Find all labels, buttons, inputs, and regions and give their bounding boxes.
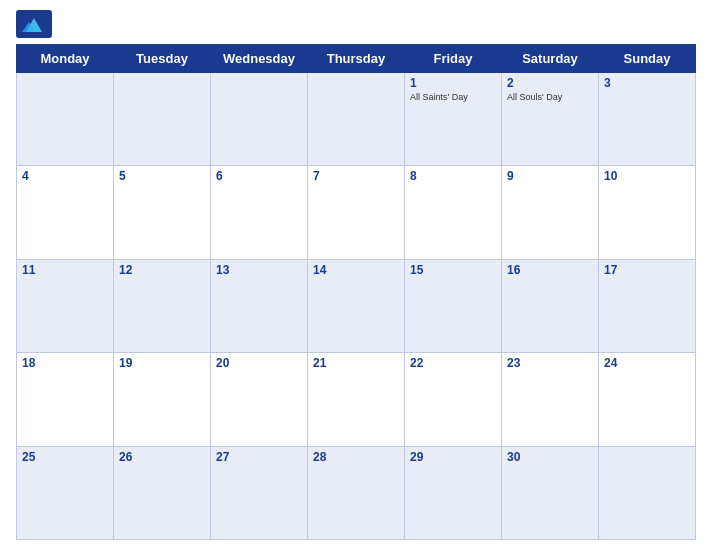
day-number: 22 bbox=[410, 356, 496, 370]
day-number: 11 bbox=[22, 263, 108, 277]
logo-icon bbox=[16, 10, 52, 38]
calendar-cell: 23 bbox=[502, 353, 599, 446]
calendar-cell: 11 bbox=[17, 259, 114, 352]
week-row-5: 252627282930 bbox=[17, 446, 696, 539]
day-number: 18 bbox=[22, 356, 108, 370]
calendar-cell: 26 bbox=[114, 446, 211, 539]
calendar-cell: 7 bbox=[308, 166, 405, 259]
calendar-cell: 27 bbox=[211, 446, 308, 539]
day-number: 30 bbox=[507, 450, 593, 464]
day-header-monday: Monday bbox=[17, 45, 114, 73]
day-number: 21 bbox=[313, 356, 399, 370]
calendar-cell bbox=[599, 446, 696, 539]
day-number: 20 bbox=[216, 356, 302, 370]
day-number: 2 bbox=[507, 76, 593, 90]
calendar-cell: 5 bbox=[114, 166, 211, 259]
day-number: 17 bbox=[604, 263, 690, 277]
calendar-cell: 22 bbox=[405, 353, 502, 446]
day-number: 12 bbox=[119, 263, 205, 277]
day-number: 15 bbox=[410, 263, 496, 277]
calendar-cell: 30 bbox=[502, 446, 599, 539]
calendar-cell: 21 bbox=[308, 353, 405, 446]
calendar-cell bbox=[211, 73, 308, 166]
calendar-cell: 20 bbox=[211, 353, 308, 446]
calendar-cell: 28 bbox=[308, 446, 405, 539]
day-number: 29 bbox=[410, 450, 496, 464]
day-number: 4 bbox=[22, 169, 108, 183]
day-number: 19 bbox=[119, 356, 205, 370]
calendar-cell: 17 bbox=[599, 259, 696, 352]
day-number: 7 bbox=[313, 169, 399, 183]
day-header-wednesday: Wednesday bbox=[211, 45, 308, 73]
calendar-cell bbox=[114, 73, 211, 166]
days-header-row: MondayTuesdayWednesdayThursdayFridaySatu… bbox=[17, 45, 696, 73]
calendar-cell bbox=[308, 73, 405, 166]
logo bbox=[16, 10, 56, 38]
calendar-cell: 2All Souls' Day bbox=[502, 73, 599, 166]
calendar-cell bbox=[17, 73, 114, 166]
calendar-cell: 12 bbox=[114, 259, 211, 352]
calendar-cell: 3 bbox=[599, 73, 696, 166]
week-row-1: 1All Saints' Day2All Souls' Day3 bbox=[17, 73, 696, 166]
calendar-cell: 10 bbox=[599, 166, 696, 259]
day-number: 28 bbox=[313, 450, 399, 464]
calendar-table: MondayTuesdayWednesdayThursdayFridaySatu… bbox=[16, 44, 696, 540]
day-number: 8 bbox=[410, 169, 496, 183]
day-number: 24 bbox=[604, 356, 690, 370]
day-header-saturday: Saturday bbox=[502, 45, 599, 73]
week-row-4: 18192021222324 bbox=[17, 353, 696, 446]
calendar-cell: 15 bbox=[405, 259, 502, 352]
day-number: 14 bbox=[313, 263, 399, 277]
calendar-cell: 24 bbox=[599, 353, 696, 446]
day-number: 26 bbox=[119, 450, 205, 464]
day-number: 25 bbox=[22, 450, 108, 464]
calendar-cell: 16 bbox=[502, 259, 599, 352]
event-label: All Saints' Day bbox=[410, 92, 496, 104]
week-row-3: 11121314151617 bbox=[17, 259, 696, 352]
calendar-cell: 19 bbox=[114, 353, 211, 446]
week-row-2: 45678910 bbox=[17, 166, 696, 259]
calendar-header bbox=[16, 10, 696, 38]
day-header-tuesday: Tuesday bbox=[114, 45, 211, 73]
calendar-cell: 14 bbox=[308, 259, 405, 352]
calendar-page: MondayTuesdayWednesdayThursdayFridaySatu… bbox=[0, 0, 712, 550]
day-number: 5 bbox=[119, 169, 205, 183]
calendar-cell: 13 bbox=[211, 259, 308, 352]
event-label: All Souls' Day bbox=[507, 92, 593, 104]
calendar-cell: 6 bbox=[211, 166, 308, 259]
day-number: 10 bbox=[604, 169, 690, 183]
calendar-cell: 9 bbox=[502, 166, 599, 259]
day-header-sunday: Sunday bbox=[599, 45, 696, 73]
day-number: 13 bbox=[216, 263, 302, 277]
day-number: 9 bbox=[507, 169, 593, 183]
calendar-cell: 1All Saints' Day bbox=[405, 73, 502, 166]
calendar-cell: 8 bbox=[405, 166, 502, 259]
calendar-cell: 4 bbox=[17, 166, 114, 259]
day-number: 6 bbox=[216, 169, 302, 183]
calendar-cell: 18 bbox=[17, 353, 114, 446]
calendar-cell: 25 bbox=[17, 446, 114, 539]
day-header-thursday: Thursday bbox=[308, 45, 405, 73]
day-number: 3 bbox=[604, 76, 690, 90]
day-number: 16 bbox=[507, 263, 593, 277]
day-header-friday: Friday bbox=[405, 45, 502, 73]
day-number: 1 bbox=[410, 76, 496, 90]
calendar-cell: 29 bbox=[405, 446, 502, 539]
day-number: 23 bbox=[507, 356, 593, 370]
day-number: 27 bbox=[216, 450, 302, 464]
